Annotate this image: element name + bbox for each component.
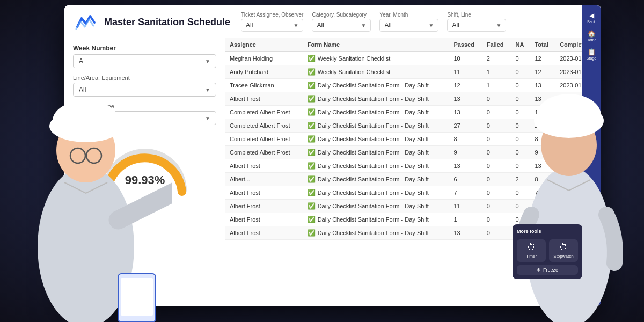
check-icon: ✅ xyxy=(308,55,316,62)
cell-passed: 11 xyxy=(449,200,482,213)
check-icon: ✅ xyxy=(308,202,316,210)
col-form-name: Form Name xyxy=(303,38,450,52)
cell-passed: 13 xyxy=(449,226,482,240)
cell-assignee: Albert Frost xyxy=(225,159,303,173)
cell-form: ✅ Daily Checklist Sanitation Form - Day … xyxy=(303,79,450,92)
cell-passed: 1 xyxy=(449,213,482,226)
filter-year-select[interactable]: All▼ xyxy=(379,19,438,32)
freeze-label: Freeze xyxy=(543,267,558,273)
filter-assignee-select[interactable]: All▼ xyxy=(241,19,303,32)
col-passed: Passed xyxy=(449,38,482,52)
filter-year-label: Year, Month xyxy=(379,12,438,18)
stopwatch-button[interactable]: ⏱ Stopwatch xyxy=(549,239,578,262)
cell-assignee: Albert... xyxy=(225,173,303,186)
timer-icon: ⏱ xyxy=(527,243,536,252)
check-icon: ✅ xyxy=(308,216,316,223)
cell-form: ✅ Daily Checklist Sanitation Form - Day … xyxy=(303,133,450,146)
cell-assignee: Albert Frost xyxy=(225,226,303,240)
freeze-icon: ❄ xyxy=(537,267,541,273)
person-left xyxy=(0,21,172,322)
svg-point-15 xyxy=(537,94,601,137)
filter-category: Category, Subcategory All▼ xyxy=(312,12,371,32)
cell-assignee: Albert Frost xyxy=(225,186,303,200)
cell-assignee: Albert Frost xyxy=(225,92,303,106)
filter-category-label: Category, Subcategory xyxy=(312,12,371,18)
cell-assignee: Completed Albert Frost xyxy=(225,106,303,119)
check-icon: ✅ xyxy=(308,68,316,76)
cell-assignee: Completed Albert Frost xyxy=(225,133,303,146)
freeze-button[interactable]: ❄ Freeze xyxy=(517,265,578,275)
cell-passed: 8 xyxy=(449,133,482,146)
cell-passed: 12 xyxy=(449,79,482,92)
form-name-text: Daily Checklist Sanitation Form - Day Sh… xyxy=(318,149,429,156)
stopwatch-label: Stopwatch xyxy=(553,254,573,259)
person-left-svg xyxy=(0,21,172,322)
cell-form: ✅ Weekly Sanitation Checklist xyxy=(303,52,450,65)
more-tools-popup: More tools ⏱ Timer ⏱ Stopwatch ❄ Freeze xyxy=(513,224,582,279)
form-name-text: Daily Checklist Sanitation Form - Day Sh… xyxy=(318,189,429,196)
svg-rect-11 xyxy=(121,278,153,316)
check-icon: ✅ xyxy=(308,229,316,237)
form-name-text: Daily Checklist Sanitation Form - Day Sh… xyxy=(318,122,429,129)
cell-form: ✅ Weekly Sanitation Checklist xyxy=(303,65,450,79)
form-name-text: Daily Checklist Sanitation Form - Day Sh… xyxy=(318,203,429,209)
cell-form: ✅ Daily Checklist Sanitation Form - Day … xyxy=(303,200,450,213)
check-icon: ✅ xyxy=(308,149,316,156)
form-name-text: Daily Checklist Sanitation Form - Day Sh… xyxy=(318,82,429,89)
cell-passed: 6 xyxy=(449,173,482,186)
cell-passed: 13 xyxy=(449,92,482,106)
cell-assignee: Albert Frost xyxy=(225,200,303,213)
cell-form: ✅ Daily Checklist Sanitation Form - Day … xyxy=(303,159,450,173)
filter-assignee-label: Ticket Assignee, Observer xyxy=(241,12,303,18)
form-name-text: Daily Checklist Sanitation Form - Day Sh… xyxy=(318,216,429,223)
cell-passed: 11 xyxy=(449,65,482,79)
timer-label: Timer xyxy=(526,254,537,259)
cell-form: ✅ Daily Checklist Sanitation Form - Day … xyxy=(303,213,450,226)
cell-assignee: Meghan Holding xyxy=(225,52,303,65)
cell-assignee: Andy Pritchard xyxy=(225,65,303,79)
cell-form: ✅ Daily Checklist Sanitation Form - Day … xyxy=(303,226,450,240)
form-name-text: Daily Checklist Sanitation Form - Day Sh… xyxy=(318,230,429,236)
check-icon: ✅ xyxy=(308,95,316,103)
cell-form: ✅ Daily Checklist Sanitation Form - Day … xyxy=(303,119,450,133)
form-name-text: Weekly Sanitation Checklist xyxy=(318,69,391,75)
cell-passed: 13 xyxy=(449,106,482,119)
filter-year: Year, Month All▼ xyxy=(379,12,438,32)
filter-assignee: Ticket Assignee, Observer All▼ xyxy=(241,12,303,32)
check-icon: ✅ xyxy=(308,135,316,143)
cell-assignee: Completed Albert Frost xyxy=(225,146,303,159)
filter-category-select[interactable]: All▼ xyxy=(312,19,371,32)
cell-assignee: Albert Frost xyxy=(225,213,303,226)
check-icon: ✅ xyxy=(308,122,316,129)
form-name-text: Daily Checklist Sanitation Form - Day Sh… xyxy=(318,163,429,169)
cell-form: ✅ Daily Checklist Sanitation Form - Day … xyxy=(303,92,450,106)
form-name-text: Daily Checklist Sanitation Form - Day Sh… xyxy=(318,136,429,142)
check-icon: ✅ xyxy=(308,162,316,170)
col-assignee: Assignee xyxy=(225,38,303,52)
cell-form: ✅ Daily Checklist Sanitation Form - Day … xyxy=(303,106,450,119)
timer-button[interactable]: ⏱ Timer xyxy=(517,239,546,262)
cell-assignee: Completed Albert Frost xyxy=(225,119,303,133)
cell-passed: 9 xyxy=(449,146,482,159)
check-icon: ✅ xyxy=(308,189,316,196)
check-icon: ✅ xyxy=(308,108,316,116)
filter-shift-label: Shift, Line xyxy=(447,12,506,18)
cell-assignee: Tracee Glickman xyxy=(225,79,303,92)
cell-form: ✅ Daily Checklist Sanitation Form - Day … xyxy=(303,186,450,200)
form-name-text: Daily Checklist Sanitation Form - Day Sh… xyxy=(318,96,429,102)
form-name-text: Daily Checklist Sanitation Form - Day Sh… xyxy=(318,176,429,182)
cell-passed: 7 xyxy=(449,186,482,200)
back-icon: ◀ xyxy=(589,12,594,19)
cell-passed: 27 xyxy=(449,119,482,133)
cell-form: ✅ Daily Checklist Sanitation Form - Day … xyxy=(303,146,450,159)
check-icon: ✅ xyxy=(308,82,316,89)
more-tools-title: More tools xyxy=(517,229,578,234)
cell-form: ✅ Daily Checklist Sanitation Form - Day … xyxy=(303,173,450,186)
form-name-text: Daily Checklist Sanitation Form - Day Sh… xyxy=(318,109,429,115)
check-icon: ✅ xyxy=(308,175,316,183)
cell-passed: 10 xyxy=(449,52,482,65)
cell-passed: 13 xyxy=(449,159,482,173)
svg-point-5 xyxy=(53,100,119,141)
stopwatch-icon: ⏱ xyxy=(559,243,568,252)
form-name-text: Weekly Sanitation Checklist xyxy=(318,55,391,62)
